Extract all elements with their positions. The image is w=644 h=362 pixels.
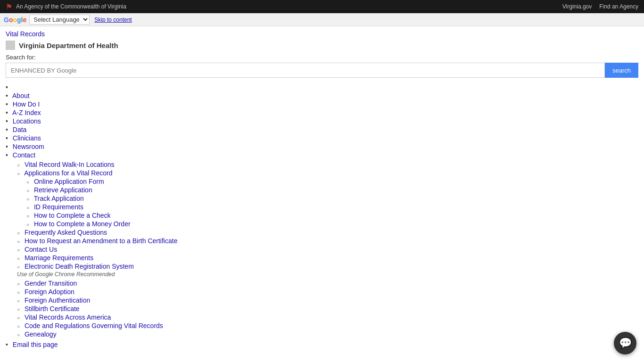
nav-item-newsroom: Newsroom [6, 143, 638, 150]
nav-item-azindex: A-Z Index [6, 109, 638, 116]
code-regulations-link[interactable]: Code and Regulations Governing Vital Rec… [25, 322, 163, 329]
nav-sub-contact-us: Contact Us [17, 246, 638, 253]
nav-item-clinicians: Clinicians [6, 134, 638, 142]
foreign-authentication-link[interactable]: Foreign Authentication [25, 296, 90, 304]
contact-link[interactable]: Contact [13, 151, 35, 159]
nav-item-about: About [6, 92, 638, 99]
language-select[interactable]: Select Language [29, 15, 90, 25]
search-row: search [6, 63, 638, 78]
nav-sub-id-req: ID Requirements [26, 203, 638, 211]
locations-link[interactable]: Locations [13, 117, 41, 125]
logo-area: Virginia Department of Health [6, 41, 638, 50]
foreign-adoption-link[interactable]: Foreign Adoption [25, 288, 74, 296]
nav-sub-marriage: Marriage Requirements [17, 254, 638, 262]
top-bar: ⚑ An Agency of the Commonwealth of Virgi… [0, 0, 644, 13]
how-to-complete-money-order-link[interactable]: How to Complete a Money Order [34, 220, 131, 228]
nav-item-contact: Contact [6, 151, 638, 159]
agency-flag-icon: ⚑ [6, 2, 12, 11]
chrome-note: Use of Google Chrome Recommended [17, 271, 115, 278]
nav-sub-stillbirth: Stillbirth Certificate [17, 305, 638, 313]
top-bar-left: ⚑ An Agency of the Commonwealth of Virgi… [6, 2, 126, 11]
nav-sub-applications: Applications for a Vital Record Online A… [17, 169, 638, 228]
track-application-link[interactable]: Track Application [34, 195, 84, 202]
google-logo: Google [4, 16, 26, 24]
nav-sub-edrs: Electronic Death Registration System Use… [17, 263, 638, 278]
edrs-link[interactable]: Electronic Death Registration System [25, 263, 134, 270]
how-do-i-link[interactable]: How Do I [13, 100, 40, 108]
contact-us-link[interactable]: Contact Us [25, 246, 57, 253]
skip-to-content-link[interactable]: Skip to content [94, 16, 132, 23]
nav-sub-check: How to Complete a Check [26, 212, 638, 219]
nav-sub-track: Track Application [26, 195, 638, 202]
az-index-link[interactable]: A-Z Index [12, 109, 41, 116]
about-link[interactable]: About [12, 92, 30, 99]
nav-item-data: Data [6, 126, 638, 133]
nav-sub-vital-records-america: Vital Records Across America [17, 313, 638, 321]
virginia-gov-link[interactable]: Virginia.gov [562, 3, 592, 10]
faq-link[interactable]: Frequently Asked Questions [25, 229, 107, 236]
walkin-locations-link[interactable]: Vital Record Walk-In Locations [25, 161, 115, 168]
chat-button[interactable]: 💬 [614, 332, 636, 351]
nav-sub-genealogy: Genealogy [17, 330, 638, 338]
online-application-form-link[interactable]: Online Application Form [34, 178, 104, 185]
nav-sub-foreign-auth: Foreign Authentication [17, 296, 638, 304]
amendment-link[interactable]: How to Request an Amendment to a Birth C… [25, 237, 178, 245]
search-label: Search for: [6, 54, 638, 61]
nav-item-locations: Locations [6, 117, 638, 125]
nav-sub-walkin: Vital Record Walk-In Locations [17, 161, 638, 168]
nav-sub-amendment: How to Request an Amendment to a Birth C… [17, 237, 638, 245]
top-bar-right: Virginia.gov Find an Agency [562, 3, 638, 10]
nav-item-empty [6, 83, 638, 91]
email-this-page-link[interactable]: Email this page [13, 341, 58, 348]
nav-sub-gender: Gender Transition [17, 280, 638, 287]
id-requirements-link[interactable]: ID Requirements [34, 203, 83, 211]
search-button[interactable]: search [605, 63, 638, 78]
search-section: Search for: search [0, 52, 644, 82]
retrieve-application-link[interactable]: Retrieve Application [34, 186, 92, 194]
chat-icon: 💬 [619, 337, 632, 349]
data-link[interactable]: Data [13, 126, 27, 133]
find-agency-link[interactable]: Find an Agency [599, 3, 638, 10]
nav-item-email: Email this page [6, 341, 638, 348]
newsroom-link[interactable]: Newsroom [13, 143, 44, 150]
genealogy-link[interactable]: Genealogy [25, 330, 57, 338]
nav-sub-faq: Frequently Asked Questions [17, 229, 638, 236]
navigation: About How Do I A-Z Index Locations Data … [0, 82, 644, 351]
how-to-complete-check-link[interactable]: How to Complete a Check [34, 212, 111, 219]
vital-records-link[interactable]: Vital Records [6, 30, 45, 38]
translate-bar: Google Select Language Skip to content [0, 13, 644, 26]
nav-sub-code-regs: Code and Regulations Governing Vital Rec… [17, 322, 638, 329]
vital-records-across-america-link[interactable]: Vital Records Across America [25, 313, 111, 321]
nav-sub-foreign-adoption: Foreign Adoption [17, 288, 638, 296]
nav-sub-retrieve: Retrieve Application [26, 186, 638, 194]
marriage-requirements-link[interactable]: Marriage Requirements [25, 254, 93, 262]
nav-sub-online-form: Online Application Form [26, 178, 638, 185]
header: Vital Records Virginia Department of Hea… [0, 26, 644, 52]
nav-item-howdoi: How Do I [6, 100, 638, 108]
vdh-logo-image [6, 41, 15, 50]
clinicians-link[interactable]: Clinicians [13, 134, 41, 142]
nav-sub-money-order: How to Complete a Money Order [26, 220, 638, 228]
gender-transition-link[interactable]: Gender Transition [25, 280, 77, 287]
stillbirth-certificate-link[interactable]: Stillbirth Certificate [25, 305, 80, 313]
search-input[interactable] [6, 63, 605, 78]
logo-text: Virginia Department of Health [19, 41, 118, 49]
applications-link[interactable]: Applications for a Vital Record [24, 169, 112, 177]
agency-text: An Agency of the Commonwealth of Virgini… [16, 3, 126, 10]
